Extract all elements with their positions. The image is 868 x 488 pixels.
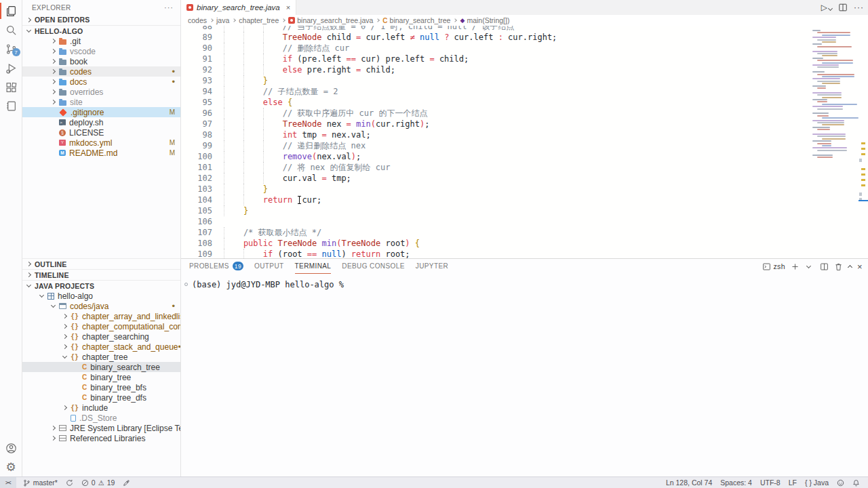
code-line-108[interactable]: 108public TreeNode min(TreeNode root) {: [181, 238, 810, 249]
minimap[interactable]: [810, 26, 859, 258]
tree-item-.ds_store[interactable]: .DS_Store: [22, 413, 180, 423]
panel-tab-output[interactable]: OUTPUT: [254, 259, 284, 274]
code-line-91[interactable]: 91if (pre.left == cur) pre.left = child;: [181, 54, 810, 64]
panel-tab-debug-console[interactable]: DEBUG CONSOLE: [342, 259, 404, 274]
feedback-button[interactable]: [833, 477, 848, 488]
breadcrumb-item[interactable]: binary_search_tree.java: [288, 16, 373, 24]
status-eol[interactable]: LF: [785, 477, 801, 488]
terminal[interactable]: (base) jyd@JYD-MBP hello-algo %: [181, 274, 868, 476]
code-line-100[interactable]: 100remove(nex.val);: [181, 151, 810, 162]
activity-settings[interactable]: ⚙: [0, 458, 22, 476]
tab-binary-search-tree[interactable]: binary_search_tree.java ×: [181, 0, 296, 15]
breadcrumb-item[interactable]: chapter_tree: [239, 16, 279, 24]
code-line-93[interactable]: 93}: [181, 75, 810, 86]
tree-item-.git[interactable]: .git: [22, 36, 180, 46]
code-line-109[interactable]: 109if (root == null) return root;: [181, 249, 810, 258]
breadcrumb-item[interactable]: Cbinary_search_tree: [382, 16, 450, 24]
tree-item-overrides[interactable]: overrides: [22, 87, 180, 97]
code-line-94[interactable]: 94// 子结点数量 = 2: [181, 86, 810, 97]
tree-item-chapter_tree[interactable]: {}chapter_tree: [22, 352, 180, 362]
section-open-editors[interactable]: OPEN EDITORS: [22, 14, 180, 25]
problems-status[interactable]: 0 ⚠ 19: [77, 477, 119, 488]
code-line-92[interactable]: 92else pre.right = child;: [181, 64, 810, 75]
code-line-90[interactable]: 90// 删除结点 cur: [181, 43, 810, 54]
code-line-103[interactable]: 103}: [181, 184, 810, 195]
code-line-97[interactable]: 97TreeNode nex = min(cur.right);: [181, 119, 810, 129]
maximize-panel-button[interactable]: [848, 264, 852, 269]
status-indentation[interactable]: Spaces: 4: [716, 477, 756, 488]
code-line-104[interactable]: 104return cur;: [181, 195, 810, 205]
tree-item-chapter_stack_and_queue[interactable]: {}chapter_stack_and_queue•: [22, 342, 180, 352]
panel-tab-terminal[interactable]: TERMINAL: [295, 259, 332, 274]
activity-search[interactable]: [0, 20, 22, 39]
activity-run-debug[interactable]: [0, 58, 22, 77]
section-java-projects[interactable]: JAVA PROJECTS: [22, 280, 180, 291]
run-button[interactable]: ▷: [821, 3, 832, 12]
section-hello-algo[interactable]: HELLO-ALGO: [22, 25, 180, 36]
status-cursor-position[interactable]: Ln 128, Col 74: [662, 477, 716, 488]
close-icon[interactable]: ×: [286, 3, 290, 12]
section-outline[interactable]: OUTLINE: [22, 258, 180, 269]
git-branch-status[interactable]: master*: [19, 477, 62, 488]
tree-item-referencedlibraries[interactable]: Referenced Libraries: [22, 433, 180, 443]
tree-item-vscode[interactable]: vscode: [22, 46, 180, 56]
activity-notebook[interactable]: [0, 96, 22, 115]
sidebar-more-actions-icon[interactable]: ···: [164, 3, 174, 12]
code-line-107[interactable]: 107/* 获取最小结点 */: [181, 227, 810, 238]
code-line-99[interactable]: 99// 递归删除结点 nex: [181, 140, 810, 151]
tree-item-jresystemlibraryeclipsetemurin1717...[interactable]: JRE System Library [Eclipse Temurin 17 […: [22, 423, 180, 433]
tree-item-hello-algo[interactable]: hello-algo: [22, 291, 180, 301]
tree-item-site[interactable]: site: [22, 97, 180, 107]
split-editor-button[interactable]: [838, 3, 848, 12]
code-line-106[interactable]: 106: [181, 216, 810, 227]
panel-tab-problems[interactable]: PROBLEMS19: [189, 259, 243, 274]
code-line-95[interactable]: 95else {: [181, 97, 810, 108]
panel-tab-jupyter[interactable]: JUPYTER: [416, 259, 448, 274]
tree-item-binary_tree[interactable]: Cbinary_tree: [22, 372, 180, 382]
activity-extensions[interactable]: [0, 77, 22, 96]
code-line-96[interactable]: 96// 获取中序遍历中 cur 的下一个结点: [181, 108, 810, 119]
tree-item-chapter_searching[interactable]: {}chapter_searching: [22, 331, 180, 342]
overview-ruler[interactable]: [859, 26, 868, 258]
close-panel-button[interactable]: ×: [857, 262, 863, 272]
status-encoding[interactable]: UTF-8: [756, 477, 785, 488]
code-line-89[interactable]: 89TreeNode child = cur.left ≠ null ? cur…: [181, 32, 810, 43]
section-timeline[interactable]: TIMELINE: [22, 269, 180, 280]
code-line-88[interactable]: 88// 当子结点数量 = 0 / 1 时, child = null / 该子…: [181, 26, 810, 32]
tree-item-chapter_computational_complexity[interactable]: {}chapter_computational_complexity•: [22, 321, 180, 331]
sync-button[interactable]: [62, 477, 77, 488]
tree-item-chapter_array_and_linkedlist[interactable]: {}chapter_array_and_linkedlist•: [22, 311, 180, 321]
code-line-102[interactable]: 102cur.val = tmp;: [181, 173, 810, 184]
remote-indicator[interactable]: ><: [0, 477, 16, 488]
breadcrumb-item[interactable]: java: [216, 16, 229, 24]
breadcrumb-item[interactable]: ◆main(String[]): [460, 16, 509, 24]
tree-item-binary_tree_bfs[interactable]: Cbinary_tree_bfs: [22, 382, 180, 392]
more-actions-icon[interactable]: ···: [854, 3, 864, 12]
tree-item-mkdocs.yml[interactable]: Ymkdocs.ymlM: [22, 138, 180, 148]
tree-item-.gitignore[interactable]: .gitignoreM: [22, 107, 180, 117]
activity-source-control[interactable]: 7: [0, 39, 22, 58]
tree-item-docs[interactable]: docs•: [22, 77, 180, 87]
tree-item-deploy.sh[interactable]: >_deploy.sh: [22, 117, 180, 127]
activity-account[interactable]: [0, 439, 22, 458]
tree-item-codesjava[interactable]: codes/java•: [22, 301, 180, 311]
status-language-mode[interactable]: { } Java: [801, 477, 833, 488]
kill-terminal-button[interactable]: [834, 262, 843, 271]
tree-item-codes[interactable]: codes•: [22, 66, 180, 77]
tree-item-readme.md[interactable]: MREADME.mdM: [22, 148, 180, 158]
terminal-dropdown-icon[interactable]: [805, 266, 814, 268]
tree-item-license[interactable]: §LICENSE: [22, 127, 180, 138]
tree-item-book[interactable]: book: [22, 56, 180, 66]
activity-explorer[interactable]: [0, 1, 22, 20]
notifications-button[interactable]: [848, 477, 864, 488]
tree-item-binary_tree_dfs[interactable]: Cbinary_tree_dfs: [22, 392, 180, 403]
new-terminal-button[interactable]: [791, 262, 800, 271]
breadcrumb-item[interactable]: codes: [188, 16, 207, 24]
tree-item-binary_search_tree[interactable]: Cbinary_search_tree: [22, 362, 180, 372]
java-ready-status[interactable]: [119, 477, 134, 488]
shell-selector[interactable]: zsh: [762, 262, 785, 271]
split-terminal-button[interactable]: [820, 262, 829, 271]
code-editor[interactable]: 88// 当子结点数量 = 0 / 1 时, child = null / 该子…: [181, 26, 868, 258]
code-line-98[interactable]: 98int tmp = nex.val;: [181, 129, 810, 140]
tree-item-include[interactable]: {}include: [22, 403, 180, 413]
